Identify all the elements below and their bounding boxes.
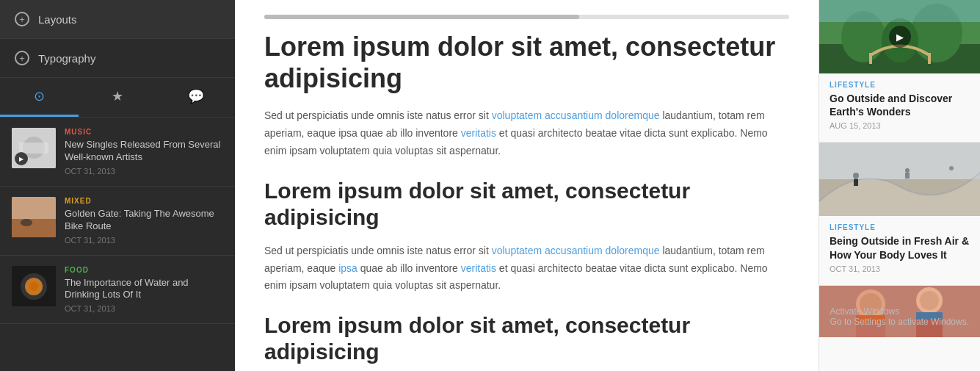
card-play-icon: ▶ xyxy=(889,26,911,48)
tab-favorites[interactable]: ★ xyxy=(79,78,157,117)
item-date: OCT 31, 2013 xyxy=(65,167,223,176)
sidebar-item-content: FOOD The Importance of Water and Drinkin… xyxy=(65,266,223,314)
svg-point-31 xyxy=(920,291,939,310)
play-icon: ▶ xyxy=(15,152,28,165)
svg-rect-15 xyxy=(869,53,872,64)
main-heading-2: Lorem ipsum dolor sit amet, consectetur … xyxy=(264,178,789,231)
main-paragraph-2: Sed ut perspiciatis unde omnis iste natu… xyxy=(264,242,789,295)
plus-icon: + xyxy=(15,12,29,26)
sidebar-thumb-music: ▶ xyxy=(12,128,56,168)
svg-rect-21 xyxy=(854,179,858,186)
list-item[interactable]: FOOD The Importance of Water and Drinkin… xyxy=(0,256,235,325)
svg-rect-17 xyxy=(819,0,980,22)
scrollbar[interactable] xyxy=(264,15,789,19)
card-title: Go Outside and Discover Earth's Wonders xyxy=(830,92,970,118)
main-paragraph-1: Sed ut perspiciatis unde omnis iste natu… xyxy=(264,107,789,159)
item-category: MUSIC xyxy=(65,128,223,136)
sidebar-thumb-mixed xyxy=(12,197,56,237)
scrollbar-thumb xyxy=(264,15,579,19)
plus-icon-typography: + xyxy=(15,51,29,65)
item-title: The Importance of Water and Drinking Lot… xyxy=(65,277,223,302)
tab-recent[interactable]: ⊙ xyxy=(0,78,79,117)
right-card-skate[interactable]: LIFESTYLE Being Outside in Fresh Air & H… xyxy=(819,143,980,285)
sidebar-item-content: MUSIC New Singles Released From Several … xyxy=(65,128,223,176)
card-title: Being Outside in Fresh Air & How Your Bo… xyxy=(830,234,970,261)
item-title: New Singles Released From Several Well-k… xyxy=(65,139,223,164)
sidebar-item-layouts[interactable]: + Layouts xyxy=(0,0,235,39)
sidebar-list: ▶ MUSIC New Singles Released From Severa… xyxy=(0,118,235,371)
card-thumb-skate xyxy=(819,143,980,216)
list-item[interactable]: MIXED Golden Gate: Taking The Awesome Bi… xyxy=(0,187,235,256)
sidebar-item-typography-label: Typography xyxy=(38,52,95,65)
main-heading-1: Lorem ipsum dolor sit amet, consectetur … xyxy=(264,31,789,94)
card-thumb-people xyxy=(819,286,980,337)
svg-point-9 xyxy=(29,282,38,291)
item-title: Golden Gate: Taking The Awesome Bike Rou… xyxy=(65,208,223,233)
recent-icon: ⊙ xyxy=(34,88,45,104)
star-icon: ★ xyxy=(112,88,123,104)
sidebar-tabs: ⊙ ★ 💬 xyxy=(0,78,235,118)
card-date: OCT 31, 2013 xyxy=(830,264,970,273)
sidebar-item-layouts-label: Layouts xyxy=(38,13,77,26)
card-date: AUG 15, 2013 xyxy=(830,121,970,130)
svg-rect-34 xyxy=(916,312,943,320)
card-thumb-nature: ▶ xyxy=(819,0,980,73)
main-heading-3: Lorem ipsum dolor sit amet, consectetur … xyxy=(264,312,789,365)
card-body-nature: LIFESTYLE Go Outside and Discover Earth'… xyxy=(819,73,980,130)
tab-comments[interactable]: 💬 xyxy=(156,78,235,117)
list-item[interactable]: ▶ MUSIC New Singles Released From Severa… xyxy=(0,118,235,187)
card-category: LIFESTYLE xyxy=(830,223,970,231)
item-category: MIXED xyxy=(65,197,223,205)
svg-rect-4 xyxy=(12,219,56,237)
svg-point-28 xyxy=(860,293,882,315)
sidebar: + Layouts + Typography ⊙ ★ 💬 ▶ xyxy=(0,0,235,371)
item-date: OCT 31, 2013 xyxy=(65,236,223,245)
comment-icon: 💬 xyxy=(188,88,204,104)
card-category: LIFESTYLE xyxy=(830,81,970,89)
svg-rect-26 xyxy=(819,286,980,337)
svg-rect-33 xyxy=(856,315,885,323)
item-date: OCT 31, 2013 xyxy=(65,304,223,313)
sidebar-item-typography[interactable]: + Typography xyxy=(0,39,235,78)
svg-rect-16 xyxy=(928,53,931,64)
item-category: FOOD xyxy=(65,266,223,274)
right-card-people[interactable] xyxy=(819,286,980,349)
svg-rect-25 xyxy=(819,143,980,179)
main-content: Lorem ipsum dolor sit amet, consectetur … xyxy=(235,0,819,371)
card-body-skate: LIFESTYLE Being Outside in Fresh Air & H… xyxy=(819,216,980,273)
svg-point-5 xyxy=(21,219,32,226)
sidebar-thumb-food xyxy=(12,266,56,306)
right-card-nature[interactable]: ▶ LIFESTYLE Go Outside and Discover Eart… xyxy=(819,0,980,143)
right-panel: ▶ LIFESTYLE Go Outside and Discover Eart… xyxy=(819,0,980,371)
sidebar-item-content: MIXED Golden Gate: Taking The Awesome Bi… xyxy=(65,197,223,245)
